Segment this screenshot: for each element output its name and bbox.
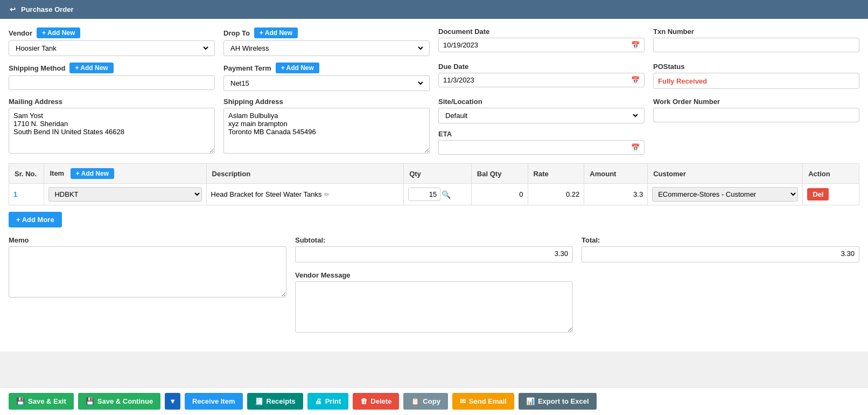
cell-action: Del [803,184,859,205]
receive-item-dropdown-button[interactable]: ▼ [165,393,180,410]
drop-to-select[interactable]: AH Wireless [228,44,425,53]
save-continue-button[interactable]: 💾 Save & Continue [78,393,160,410]
mailing-address-label: Mailing Address [9,98,215,106]
memo-textarea[interactable] [9,246,286,298]
description-text: Head Bracket for Steel Water Tanks [211,190,322,198]
drop-to-field-group: Drop To + Add New AH Wireless [223,27,430,56]
description-wrap: Head Bracket for Steel Water Tanks ✏ [211,190,400,198]
total-field-group: Total: 3.30 [582,236,859,334]
subtotal-vendor-group: Subtotal: 3.30 Vendor Message [295,236,573,334]
po-status-value: Fully Received [653,73,859,89]
work-order-number-input[interactable] [653,108,859,122]
shipping-method-add-new-button[interactable]: + Add New [69,63,113,73]
payment-term-select-wrap[interactable]: Net15 [223,75,430,91]
col-header-bal-qty: Bal Qty [471,164,528,184]
total-value: 3.30 [582,246,859,262]
subtotal-label: Subtotal: [295,236,573,244]
document-date-calendar-icon[interactable]: 📅 [627,39,644,51]
vendor-label: Vendor + Add New [9,27,215,38]
due-date-label: Due Date [438,63,645,71]
drop-to-label: Drop To + Add New [223,27,430,38]
table-row: 1 HDBKT Head Bracket for Steel Water Tan… [9,184,859,205]
memo-label: Memo [9,236,286,244]
receipts-button[interactable]: 🧾 Receipts [247,393,303,410]
po-status-field-group: POStatus Fully Received [653,63,859,91]
copy-icon: 📋 [411,397,419,405]
eta-input-wrap[interactable]: 📅 [438,140,645,155]
form-grid: Vendor + Add New Hoosier Tank Drop To + … [9,27,859,155]
eta-calendar-icon[interactable]: 📅 [627,141,644,154]
drop-to-add-new-button[interactable]: + Add New [254,27,298,38]
subtotal-value: 3.30 [295,246,573,262]
back-icon[interactable]: ↩ [10,5,16,13]
payment-term-label: Payment Term + Add New [223,63,430,73]
col-header-amount: Amount [584,164,648,184]
payment-term-field-group: Payment Term + Add New Net15 [223,63,430,91]
mailing-address-textarea[interactable]: Sam Yost 1710 N. Sheridan South Bend IN … [9,108,215,154]
payment-term-select[interactable]: Net15 [228,79,425,88]
receive-item-button[interactable]: Receive Item [185,393,243,410]
item-add-new-button[interactable]: + Add New [71,168,114,179]
cell-amount: 3.3 [584,184,648,205]
main-content: Vendor + Add New Hoosier Tank Drop To + … [0,19,868,351]
col-header-rate: Rate [528,164,584,184]
customer-select[interactable]: ECommerce-Stores - Customer [652,187,798,202]
save-exit-button[interactable]: 💾 Save & Exit [9,393,74,410]
document-date-input-wrap[interactable]: 📅 [438,38,645,52]
site-location-select-wrap[interactable]: Default [438,108,645,123]
send-email-button[interactable]: ✉ Send Email [452,393,514,410]
qty-input[interactable] [408,188,440,201]
col-header-item: Item + Add New [44,164,206,184]
due-date-input[interactable] [439,73,627,87]
receipts-icon: 🧾 [255,397,263,405]
vendor-select[interactable]: Hoosier Tank [13,44,210,53]
print-icon: 🖨 [315,397,322,405]
delete-button[interactable]: 🗑 Delete [353,393,399,410]
save-exit-icon: 💾 [16,397,25,405]
payment-term-add-new-button[interactable]: + Add New [276,63,319,73]
cell-description: Head Bracket for Steel Water Tanks ✏ [206,184,404,205]
document-date-field-group: Document Date 📅 [438,27,645,56]
col-header-action: Action [803,164,859,184]
shipping-method-label: Shipping Method + Add New [9,63,215,73]
txn-number-field-group: Txn Number PO00185 [653,27,859,56]
shipping-address-textarea[interactable]: Aslam Bulbuliya xyz main brampton Toront… [223,108,430,154]
cell-item: HDBKT [44,184,206,205]
items-table: Sr. No. Item + Add New Description Qty B… [9,163,859,205]
drop-to-select-wrap[interactable]: AH Wireless [223,40,430,56]
qty-wrap: 🔍 [408,188,467,201]
delete-icon: 🗑 [360,397,367,405]
item-select-wrap[interactable]: HDBKT [48,187,201,202]
item-select[interactable]: HDBKT [48,187,201,202]
copy-button[interactable]: 📋 Copy [403,393,448,410]
cell-sr-no: 1 [9,184,44,205]
col-header-qty: Qty [404,164,472,184]
due-date-calendar-icon[interactable]: 📅 [627,74,644,86]
delete-row-button[interactable]: Del [807,188,829,200]
cell-qty: 🔍 [404,184,472,205]
txn-number-input[interactable]: PO00185 [653,38,859,52]
eta-input[interactable] [439,141,627,154]
print-button[interactable]: 🖨 Print [307,393,349,410]
vendor-message-label: Vendor Message [295,271,573,279]
qty-search-button[interactable]: 🔍 [442,190,451,199]
shipping-address-field-group: Shipping Address Aslam Bulbuliya xyz mai… [223,98,430,155]
due-date-input-wrap[interactable]: 📅 [438,73,645,87]
add-more-button[interactable]: + Add More [9,212,62,227]
export-excel-button[interactable]: 📊 Export to Excel [519,393,597,410]
vendor-message-textarea[interactable] [295,281,573,333]
cell-rate: 0.22 [528,184,584,205]
description-edit-icon[interactable]: ✏ [324,191,330,198]
page-header: ↩ Purchase Order [0,0,868,19]
cell-customer: ECommerce-Stores - Customer [648,184,803,205]
site-location-field-group: Site/Location Default ETA 📅 [438,98,645,155]
vendor-select-wrap[interactable]: Hoosier Tank [9,40,215,56]
txn-number-label: Txn Number [653,27,859,36]
document-date-input[interactable] [439,38,627,52]
shipping-method-input[interactable]: Fedex Ground [9,75,215,90]
document-date-label: Document Date [438,27,645,36]
site-location-select[interactable]: Default [443,111,640,120]
customer-select-wrap[interactable]: ECommerce-Stores - Customer [652,187,798,202]
cell-bal-qty: 0 [471,184,528,205]
vendor-add-new-button[interactable]: + Add New [37,27,80,38]
